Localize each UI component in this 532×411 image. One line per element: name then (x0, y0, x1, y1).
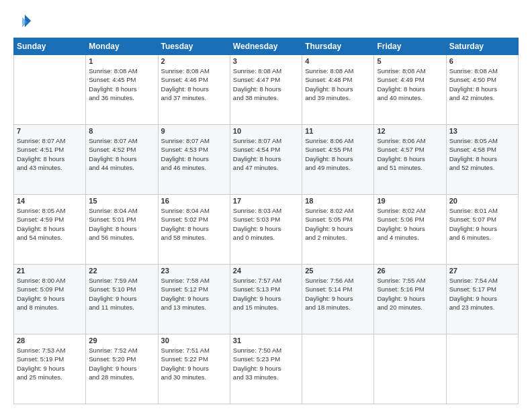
day-info: Sunrise: 8:04 AM (161, 206, 227, 215)
day-cell-15: 15Sunrise: 8:04 AMSunset: 5:01 PMDayligh… (86, 195, 158, 265)
day-info: Sunset: 4:51 PM (17, 145, 83, 154)
day-info: and 8 minutes. (17, 303, 83, 312)
day-number: 31 (233, 336, 299, 345)
day-info: and 51 minutes. (377, 163, 443, 172)
day-info: Sunset: 5:12 PM (161, 285, 227, 293)
day-info: and 2 minutes. (305, 233, 371, 242)
day-info: Sunset: 5:20 PM (89, 355, 154, 363)
day-info: Daylight: 9 hours (89, 294, 154, 303)
day-info: Sunrise: 8:08 AM (305, 66, 371, 75)
day-info: and 30 minutes. (161, 373, 227, 381)
day-info: Daylight: 8 hours (305, 154, 371, 163)
day-number: 14 (17, 197, 83, 205)
empty-cell (14, 55, 86, 125)
day-info: Sunrise: 8:02 AM (305, 206, 371, 215)
day-cell-5: 5Sunrise: 8:08 AMSunset: 4:49 PMDaylight… (374, 55, 446, 125)
day-info: Sunrise: 7:55 AM (377, 276, 443, 285)
day-info: Sunset: 5:03 PM (233, 215, 299, 224)
day-info: and 43 minutes. (17, 163, 83, 172)
day-info: and 13 minutes. (161, 303, 227, 312)
day-info: Sunrise: 8:02 AM (377, 206, 443, 215)
day-info: and 20 minutes. (377, 303, 443, 312)
day-number: 10 (233, 127, 299, 135)
day-number: 4 (305, 57, 371, 65)
day-info: Sunset: 4:50 PM (449, 75, 515, 84)
week-row-5: 28Sunrise: 7:53 AMSunset: 5:19 PMDayligh… (14, 334, 519, 404)
day-info: Sunset: 4:52 PM (89, 145, 154, 154)
day-info: and 33 minutes. (233, 373, 299, 381)
day-info: Sunset: 4:55 PM (305, 145, 371, 154)
day-info: Sunset: 4:47 PM (233, 75, 299, 84)
day-info: Sunrise: 8:08 AM (377, 66, 443, 75)
day-info: and 54 minutes. (17, 233, 83, 242)
day-info: Daylight: 8 hours (233, 85, 299, 93)
day-info: and 11 minutes. (89, 303, 154, 312)
day-info: and 6 minutes. (449, 233, 515, 242)
day-cell-12: 12Sunrise: 8:06 AMSunset: 4:57 PMDayligh… (374, 125, 446, 195)
calendar-table: SundayMondayTuesdayWednesdayThursdayFrid… (13, 38, 519, 404)
day-number: 15 (89, 197, 154, 205)
empty-cell (302, 334, 374, 404)
day-cell-26: 26Sunrise: 7:55 AMSunset: 5:16 PMDayligh… (374, 265, 446, 334)
day-info: and 37 minutes. (161, 93, 227, 102)
day-info: Daylight: 8 hours (377, 85, 443, 93)
day-info: Daylight: 9 hours (449, 294, 515, 303)
day-cell-28: 28Sunrise: 7:53 AMSunset: 5:19 PMDayligh… (14, 334, 86, 404)
day-info: Sunset: 4:57 PM (377, 145, 443, 154)
day-cell-7: 7Sunrise: 8:07 AMSunset: 4:51 PMDaylight… (14, 125, 86, 195)
day-cell-21: 21Sunrise: 8:00 AMSunset: 5:09 PMDayligh… (14, 265, 86, 334)
day-info: Sunset: 5:10 PM (89, 285, 154, 293)
day-cell-13: 13Sunrise: 8:05 AMSunset: 4:58 PMDayligh… (446, 125, 518, 195)
day-number: 16 (161, 197, 227, 205)
week-row-3: 14Sunrise: 8:05 AMSunset: 4:59 PMDayligh… (14, 195, 519, 265)
day-number: 23 (161, 267, 227, 275)
day-cell-8: 8Sunrise: 8:07 AMSunset: 4:52 PMDaylight… (86, 125, 158, 195)
day-number: 19 (377, 197, 443, 205)
day-info: Daylight: 8 hours (305, 85, 371, 93)
day-info: Sunrise: 8:07 AM (161, 136, 227, 145)
day-number: 5 (377, 57, 443, 65)
day-info: Daylight: 9 hours (161, 294, 227, 303)
day-cell-1: 1Sunrise: 8:08 AMSunset: 4:45 PMDaylight… (86, 55, 158, 125)
day-info: Sunset: 5:06 PM (377, 215, 443, 224)
day-info: Sunrise: 8:06 AM (305, 136, 371, 145)
day-info: and 4 minutes. (377, 233, 443, 242)
day-info: Sunrise: 8:04 AM (89, 206, 154, 215)
day-number: 22 (89, 267, 154, 275)
day-info: Sunrise: 8:07 AM (17, 136, 83, 145)
day-info: Sunrise: 8:06 AM (377, 136, 443, 145)
day-info: Daylight: 9 hours (377, 224, 443, 233)
day-info: Sunset: 4:59 PM (17, 215, 83, 224)
day-header-thursday: Thursday (302, 38, 374, 55)
day-info: and 39 minutes. (305, 93, 371, 102)
day-number: 25 (305, 267, 371, 275)
day-info: Daylight: 9 hours (17, 364, 83, 373)
day-info: Sunset: 4:49 PM (377, 75, 443, 84)
day-info: Sunset: 4:48 PM (305, 75, 371, 84)
day-number: 24 (233, 267, 299, 275)
day-header-wednesday: Wednesday (230, 38, 302, 55)
day-info: Sunset: 5:23 PM (233, 355, 299, 363)
day-info: Sunrise: 8:07 AM (89, 136, 154, 145)
day-info: Daylight: 8 hours (161, 85, 227, 93)
day-info: Daylight: 8 hours (449, 85, 515, 93)
day-info: Daylight: 8 hours (449, 154, 515, 163)
day-info: Sunrise: 8:08 AM (161, 66, 227, 75)
day-info: and 56 minutes. (89, 233, 154, 242)
day-info: Daylight: 9 hours (449, 224, 515, 233)
day-info: Daylight: 9 hours (233, 364, 299, 373)
day-info: Sunset: 4:45 PM (89, 75, 154, 84)
day-info: Sunset: 5:13 PM (233, 285, 299, 293)
day-info: and 52 minutes. (449, 163, 515, 172)
day-info: Sunset: 5:02 PM (161, 215, 227, 224)
day-cell-29: 29Sunrise: 7:52 AMSunset: 5:20 PMDayligh… (86, 334, 158, 404)
day-info: Sunset: 4:54 PM (233, 145, 299, 154)
day-info: and 15 minutes. (233, 303, 299, 312)
day-info: and 18 minutes. (305, 303, 371, 312)
day-info: Sunrise: 7:56 AM (305, 276, 371, 285)
day-info: Sunrise: 8:05 AM (17, 206, 83, 215)
day-number: 13 (449, 127, 515, 135)
day-number: 28 (17, 336, 83, 345)
day-number: 3 (233, 57, 299, 65)
week-row-4: 21Sunrise: 8:00 AMSunset: 5:09 PMDayligh… (14, 265, 519, 334)
